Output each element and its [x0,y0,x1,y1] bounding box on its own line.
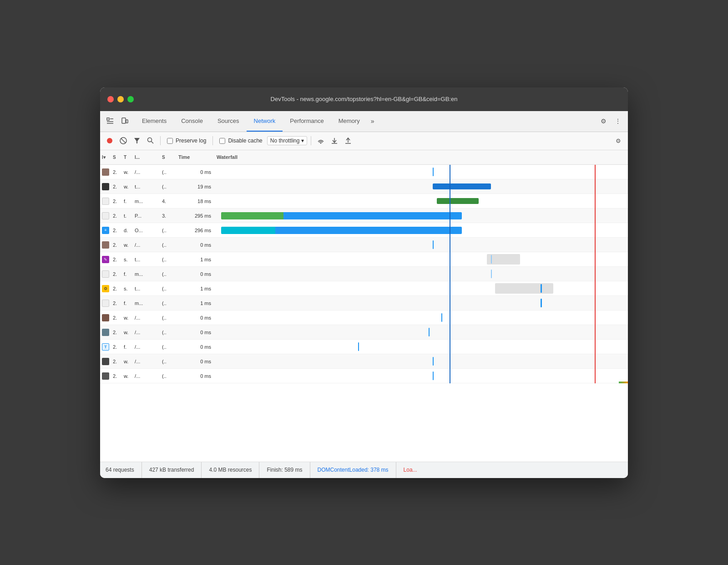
cell-icon [100,241,111,249]
cell-initiator: /... [133,330,160,335]
tab-memory[interactable]: Memory [331,111,367,132]
cell-size: (.. [160,286,177,291]
table-row[interactable]: 2. t. P... 3. 295 ms [100,209,628,223]
cell-waterfall [213,179,628,194]
tabs-bar: Elements Console Sources Network Perform… [100,111,628,132]
table-row[interactable]: 2. w. /... (.. 0 ms [100,369,628,383]
cell-initiator: /... [133,373,160,379]
cell-status: 2. [111,199,122,204]
cell-waterfall [213,252,628,267]
table-row[interactable]: 2. w. /... (.. 0 ms [100,165,628,179]
status-requests: 64 requests [106,462,142,478]
filter-button[interactable] [131,135,143,147]
status-resources: 4.0 MB resources [202,462,259,478]
network-settings-button[interactable]: ⚙ [612,135,624,147]
cell-icon [100,212,111,219]
more-tabs-button[interactable]: » [367,114,378,128]
cell-size: (.. [160,344,177,350]
cell-status: 2. [111,213,122,219]
cell-size: 3. [160,213,177,219]
toolbar-divider-1 [160,136,161,145]
cell-status: 2. [111,330,122,335]
device-toolbar-button[interactable] [118,115,131,127]
tab-console[interactable]: Console [174,111,210,132]
inspect-element-button[interactable] [104,115,116,127]
cell-type: f. [122,344,133,350]
status-domcontentloaded: DOMContentLoaded: 378 ms [310,462,396,478]
devtools-window: DevTools - news.google.com/topstories?hl… [100,87,628,478]
cell-status: 2. [111,184,122,189]
col-header-time[interactable]: Time [177,154,213,160]
cell-time: 1 ms [177,257,213,262]
table-row[interactable]: T 2. f. /... (.. 0 ms [100,340,628,354]
cell-time: 1 ms [177,300,213,306]
minimize-button[interactable] [117,96,124,102]
cell-initiator: t... [133,286,160,291]
cell-time: 0 ms [177,373,213,379]
network-rows-container[interactable]: 2. w. /... (.. 0 ms 2. w. t... (.. 19 ms [100,165,628,462]
cell-type: f. [122,300,133,306]
main-content: Preserve log Disable cache No throttling… [100,132,628,478]
search-button[interactable] [145,135,157,147]
cell-icon [100,372,111,380]
preserve-log-checkbox[interactable] [167,138,173,144]
cell-icon [100,300,111,307]
cell-type: f. [122,199,133,204]
table-row[interactable]: ✎ 2. s. t... (.. 1 ms [100,252,628,267]
cell-status: 2. [111,344,122,350]
svg-marker-9 [134,138,140,143]
close-button[interactable] [107,96,114,102]
cell-initiator: /... [133,315,160,321]
col-header-waterfall: Waterfall [213,154,628,160]
maximize-button[interactable] [127,96,134,102]
tab-elements[interactable]: Elements [135,111,174,132]
svg-point-10 [148,138,152,142]
cell-initiator: m... [133,271,160,277]
disable-cache-checkbox[interactable] [219,138,225,144]
disable-cache-label[interactable]: Disable cache [228,137,262,144]
table-row[interactable]: 2. w. /... (.. 0 ms [100,238,628,252]
table-row[interactable]: 2. f. m... 4. 18 ms [100,194,628,209]
table-row[interactable]: ≡ 2. d. O... (.. 296 ms [100,223,628,238]
preserve-log-label[interactable]: Preserve log [176,137,206,144]
cell-status: 2. [111,257,122,262]
import-har-button[interactable] [329,135,340,147]
table-row[interactable]: 2. w. t... (.. 19 ms [100,179,628,194]
tab-performance[interactable]: Performance [283,111,331,132]
cell-waterfall [213,340,628,354]
svg-line-8 [121,138,126,143]
cell-size: 4. [160,199,177,204]
network-conditions-button[interactable] [315,135,327,147]
col-header-type[interactable]: T [122,155,133,160]
clear-button[interactable] [117,135,129,147]
cell-waterfall [213,325,628,340]
throttle-label: No throttling [270,137,300,144]
cell-icon [100,329,111,336]
record-button[interactable] [104,135,116,147]
table-row[interactable]: 2. w. /... (.. 0 ms [100,354,628,369]
table-row[interactable]: ⚙ 2. s. t... (.. 1 ms [100,281,628,296]
devtools-settings-button[interactable]: ⚙ [597,115,610,127]
cell-status: 2. [111,373,122,379]
tab-sources[interactable]: Sources [210,111,247,132]
col-header-status[interactable]: S [111,155,122,160]
cell-waterfall [213,354,628,369]
cell-waterfall [213,369,628,383]
table-row[interactable]: 2. w. /... (.. 0 ms [100,310,628,325]
cell-size: (.. [160,184,177,189]
col-header-size[interactable]: S [160,155,177,160]
tab-network[interactable]: Network [247,111,283,132]
throttle-select[interactable]: No throttling ▾ [267,136,308,145]
table-row[interactable]: 2. w. /... (.. 0 ms [100,325,628,340]
table-row[interactable]: 2. f. m... (.. 1 ms [100,296,628,310]
cell-status: 2. [111,315,122,321]
col-header-initiator[interactable]: I... [133,155,160,160]
table-row[interactable]: 2. f. m... (.. 0 ms [100,267,628,281]
cell-time: 0 ms [177,359,213,364]
cell-size: (.. [160,359,177,364]
cell-size: (.. [160,330,177,335]
export-har-button[interactable] [342,135,354,147]
devtools-menu-button[interactable]: ⋮ [612,115,624,127]
cell-icon: T [100,343,111,351]
cell-time: 0 ms [177,344,213,350]
